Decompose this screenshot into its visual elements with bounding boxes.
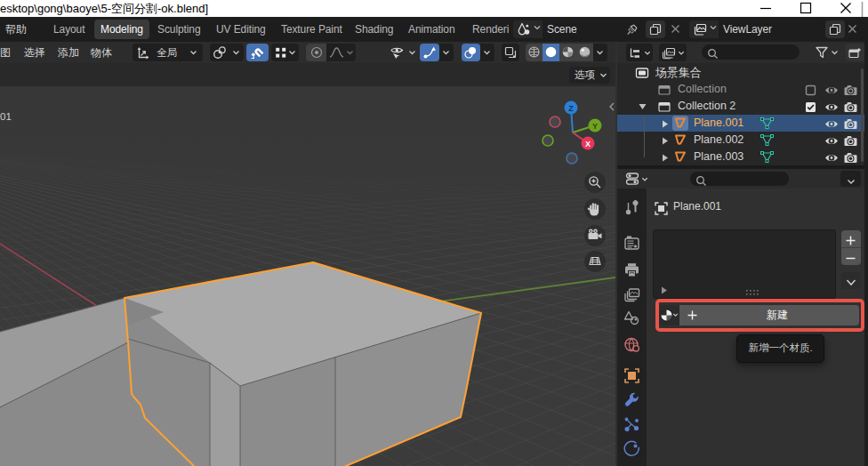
svg-text:Z: Z <box>568 104 574 113</box>
svg-text:X: X <box>585 140 591 149</box>
svg-text:Y: Y <box>592 122 598 131</box>
